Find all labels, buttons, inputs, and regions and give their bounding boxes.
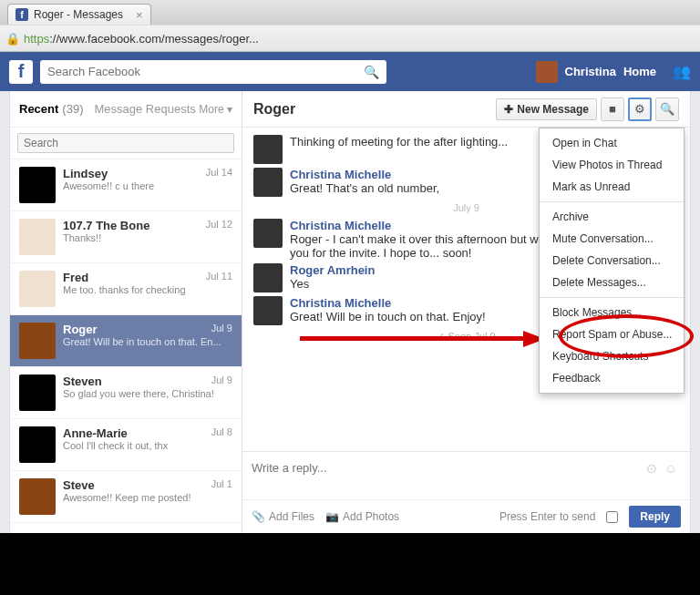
conversation-snippet: Cool I'll check it out, thx	[63, 440, 232, 451]
sidebar-search-input[interactable]	[17, 133, 234, 153]
url-bar: 🔒 https://www.facebook.com/messages/roge…	[0, 25, 700, 52]
tab-title: Roger - Messages	[34, 8, 123, 21]
search-icon[interactable]: 🔍	[364, 65, 379, 79]
conversation-time: Jul 12	[206, 219, 232, 232]
search-thread-icon[interactable]: 🔍	[655, 97, 679, 121]
browser-tab[interactable]: f Roger - Messages ×	[7, 4, 151, 25]
recent-count: (39)	[62, 102, 83, 116]
dropdown-item[interactable]: Report Spam or Abuse...	[540, 323, 684, 345]
facebook-favicon: f	[15, 8, 28, 21]
new-message-button[interactable]: ✚ New Message	[496, 98, 597, 120]
avatar	[253, 135, 283, 164]
conversation-snippet: Me too. thanks for checking	[63, 284, 232, 295]
conversation-name: Steven	[63, 374, 102, 388]
search-wrap: 🔍	[40, 60, 386, 84]
dropdown-item[interactable]: Open in Chat	[540, 132, 684, 154]
conversation-item[interactable]: SteveJul 1Awesome!! Keep me posted!	[10, 471, 242, 523]
thread-title: Roger	[253, 101, 295, 118]
reply-input[interactable]	[242, 452, 690, 496]
close-icon[interactable]: ×	[136, 8, 143, 22]
conversation-snippet: Great! Will be in touch on that. En...	[63, 336, 232, 347]
sidebar-search-wrap	[10, 128, 242, 159]
facebook-header: f 🔍 Christina Home 👥	[0, 52, 700, 91]
home-link[interactable]: Home	[623, 65, 656, 78]
content: Recent (39) Message Requests More ▾ Lind…	[9, 91, 691, 533]
avatar	[253, 219, 283, 248]
compose-area: ⊙ ☺ 📎 Add Files 📷 Add Photos Press Enter…	[242, 451, 690, 533]
emoji-icon[interactable]: ☺	[664, 461, 677, 476]
dollar-icon[interactable]: ⊙	[646, 461, 657, 476]
press-enter-label: Press Enter to send	[499, 510, 595, 523]
avatar	[19, 219, 56, 255]
dropdown-item[interactable]: Archive	[540, 206, 684, 228]
actions-dropdown: Open in ChatView Photos in ThreadMark as…	[539, 128, 685, 394]
thread-pane: Roger ✚ New Message ■ ⚙ 🔍 Thinking of me…	[242, 91, 690, 533]
friends-icon[interactable]: 👥	[673, 63, 691, 80]
conversation-item[interactable]: RogerJul 9Great! Will be in touch on tha…	[10, 315, 242, 367]
conversation-time: Jul 14	[206, 167, 232, 180]
dropdown-item[interactable]: Block Messages...	[540, 302, 684, 323]
browser-window: f Roger - Messages × 🔒 https://www.faceb…	[0, 0, 700, 533]
avatar[interactable]	[536, 61, 558, 83]
dropdown-item[interactable]: Keyboard Shortcuts	[540, 345, 684, 367]
message-requests[interactable]: Message Requests	[94, 102, 195, 116]
facebook-logo[interactable]: f	[9, 60, 33, 84]
compose-bar: 📎 Add Files 📷 Add Photos Press Enter to …	[242, 499, 690, 533]
add-files-button[interactable]: 📎 Add Files	[252, 510, 314, 523]
avatar	[253, 263, 283, 292]
app-content: f 🔍 Christina Home 👥 Recent (39) Message…	[0, 52, 700, 533]
video-icon[interactable]: ■	[601, 97, 624, 121]
dropdown-item[interactable]: View Photos in Thread	[540, 154, 684, 176]
conversation-time: Jul 9	[211, 374, 232, 388]
avatar	[19, 323, 56, 359]
conversation-name: Fred	[63, 271, 88, 284]
dropdown-item[interactable]: Feedback	[540, 367, 684, 389]
username[interactable]: Christina	[565, 65, 616, 78]
dropdown-item[interactable]: Delete Messages...	[540, 272, 684, 293]
conversation-snippet: Awesome!! Keep me posted!	[63, 492, 232, 503]
avatar	[19, 167, 56, 203]
conversation-item[interactable]: 107.7 The BoneJul 12Thanks!!	[10, 211, 242, 263]
conversation-name: Lindsey	[63, 167, 108, 180]
gear-icon[interactable]: ⚙	[628, 97, 652, 121]
dropdown-item[interactable]: Mark as Unread	[540, 176, 684, 198]
conversation-snippet: So glad you were there, Christina!	[63, 388, 232, 399]
conversation-snippet: Awesome!! c u there	[63, 180, 232, 191]
sidebar: Recent (39) Message Requests More ▾ Lind…	[10, 91, 242, 533]
thread-header: Roger ✚ New Message ■ ⚙ 🔍	[242, 91, 690, 128]
conversation-item[interactable]: StevenJul 9So glad you were there, Chris…	[10, 367, 242, 419]
add-photos-button[interactable]: 📷 Add Photos	[325, 510, 399, 523]
tab-bar: f Roger - Messages ×	[0, 0, 700, 25]
avatar	[19, 478, 56, 515]
conversation-name: Roger	[63, 323, 98, 336]
conversation-name: 107.7 The Bone	[63, 219, 149, 232]
conversation-time: Jul 9	[211, 323, 232, 336]
more-menu[interactable]: More ▾	[199, 103, 232, 116]
conversation-item[interactable]: FredJul 11Me too. thanks for checking	[10, 263, 242, 315]
conversation-snippet: Thanks!!	[63, 232, 232, 243]
search-input[interactable]	[47, 65, 364, 78]
conversation-name: Steve	[63, 478, 95, 492]
avatar	[19, 426, 56, 463]
dropdown-item[interactable]: Mute Conversation...	[540, 228, 684, 250]
avatar	[253, 168, 283, 197]
conversation-list: LindseyJul 14Awesome!! c u there107.7 Th…	[10, 159, 242, 523]
avatar	[253, 296, 283, 325]
conversation-time: Jul 11	[206, 271, 232, 284]
conversation-time: Jul 8	[211, 426, 232, 440]
dropdown-item[interactable]: Delete Conversation...	[540, 250, 684, 272]
reply-button[interactable]: Reply	[629, 506, 681, 528]
conversation-item[interactable]: Anne-MarieJul 8Cool I'll check it out, t…	[10, 419, 242, 471]
conversation-name: Anne-Marie	[63, 426, 128, 440]
lock-icon: 🔒	[5, 32, 20, 46]
url-text[interactable]: https://www.facebook.com/messages/roger.…	[24, 32, 259, 46]
avatar	[19, 271, 56, 307]
conversation-item[interactable]: LindseyJul 14Awesome!! c u there	[10, 159, 242, 211]
sidebar-header: Recent (39) Message Requests More ▾	[10, 91, 242, 128]
avatar	[19, 374, 56, 411]
press-enter-checkbox[interactable]	[606, 511, 618, 523]
conversation-time: Jul 1	[211, 478, 232, 492]
recent-label[interactable]: Recent	[19, 102, 58, 116]
